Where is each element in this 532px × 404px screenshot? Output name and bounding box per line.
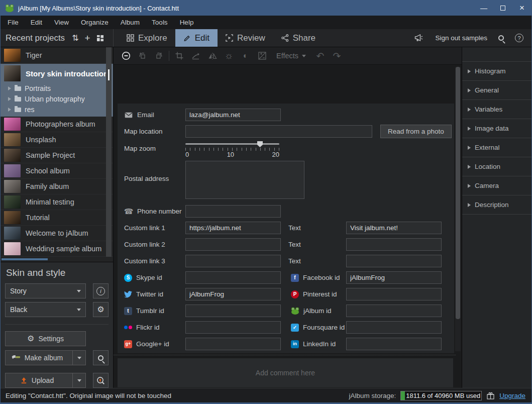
section-camera[interactable]: Camera [462, 176, 531, 195]
project-row-welcome-to-jalbum[interactable]: Welcome to jAlbum [1, 226, 113, 241]
crop-button[interactable] [171, 52, 187, 60]
close-button[interactable]: × [512, 1, 531, 16]
effects-dropdown[interactable]: Effects [276, 52, 306, 60]
map-location-field[interactable] [185, 125, 372, 138]
jalbum-id-field[interactable] [346, 305, 442, 317]
section-external[interactable]: External [462, 138, 531, 157]
email-field[interactable] [185, 109, 281, 121]
sort-projects-icon[interactable]: ⇅ [72, 34, 78, 42]
read-from-photo-button[interactable]: Read from a photo [380, 125, 452, 138]
make-album-dropdown[interactable] [72, 351, 85, 365]
levels-button[interactable] [254, 52, 270, 60]
tab-review[interactable]: Review [218, 29, 273, 47]
rotate-right-button[interactable] [151, 52, 167, 60]
section-histogram[interactable]: Histogram [462, 62, 531, 81]
menu-edit[interactable]: Edit [25, 16, 48, 29]
scrollbar-thumb[interactable] [108, 69, 110, 80]
sign-out-link[interactable]: Sign out samples [435, 34, 487, 42]
announcements-icon[interactable] [414, 34, 424, 42]
menu-organize[interactable]: Organize [75, 16, 115, 29]
upload-button[interactable]: Upload [5, 373, 86, 388]
custom-link-1-text-field[interactable] [346, 222, 442, 234]
custom-link-2-url-field[interactable] [185, 238, 281, 251]
expand-arrow-icon[interactable] [8, 97, 11, 101]
pinterest-id-field[interactable] [346, 288, 442, 300]
menu-album[interactable]: Album [115, 16, 146, 29]
upload-dropdown[interactable] [72, 373, 85, 387]
expand-arrow-icon[interactable] [8, 108, 11, 112]
phone-number-field[interactable] [185, 205, 281, 218]
slider-thumb[interactable] [257, 141, 263, 147]
preview-uploaded-button[interactable] [93, 373, 109, 388]
section-general[interactable]: General [462, 81, 531, 100]
tab-edit[interactable]: Edit [175, 29, 218, 47]
upgrade-link[interactable]: Upgrade [499, 392, 525, 399]
main-scrollbar[interactable] [455, 67, 461, 351]
project-row-family-album[interactable]: Family album [1, 179, 113, 194]
tumblr-id-field[interactable] [185, 305, 281, 317]
custom-link-2-text-field[interactable] [346, 238, 442, 251]
gift-icon[interactable] [486, 391, 495, 399]
custom-link-3-text-field[interactable] [346, 255, 442, 267]
project-row-story-skin-introduction[interactable]: Story skin introduction [1, 64, 113, 83]
style-select[interactable]: Black [5, 302, 86, 317]
settings-button[interactable]: ⚙ Settings [5, 331, 86, 346]
project-list-hscrollbar-thumb[interactable] [2, 258, 48, 260]
custom-link-1-url-field[interactable] [185, 222, 281, 234]
section-variables[interactable]: Variables [462, 100, 531, 119]
scrollbar-thumb[interactable] [456, 67, 460, 319]
project-row-tutorial[interactable]: Tutorial [1, 210, 113, 226]
help-icon[interactable]: ? [515, 34, 523, 42]
menu-help[interactable]: Help [174, 16, 200, 29]
preview-album-button[interactable] [93, 350, 109, 365]
folder-row-portraits[interactable]: Portraits [1, 83, 113, 93]
skin-info-button[interactable]: i [93, 283, 109, 298]
tab-share[interactable]: Share [273, 29, 324, 47]
map-zoom-slider[interactable]: 0 10 20 [185, 141, 279, 158]
minimize-button[interactable]: — [474, 1, 493, 16]
comment-field[interactable]: Add comment here [118, 358, 453, 387]
project-row-wedding-sample-album[interactable]: Wedding sample album [1, 241, 113, 257]
contrast-button[interactable]: ◐ [237, 51, 254, 60]
project-row-photographers-album[interactable]: Photographers album [1, 117, 113, 132]
projects-view-icon[interactable] [96, 35, 104, 42]
straighten-button[interactable] [187, 52, 204, 60]
project-row-school-album[interactable]: School album [1, 163, 113, 179]
facebook-id-field[interactable] [346, 271, 442, 284]
linkedin-id-field[interactable] [346, 338, 442, 350]
foursquare-id-field[interactable] [346, 321, 442, 334]
project-row-tiger[interactable]: Tiger [1, 47, 113, 64]
project-list-scrollbar[interactable] [106, 47, 112, 257]
expand-arrow-icon[interactable] [8, 86, 11, 90]
postal-address-field[interactable] [185, 161, 304, 199]
brightness-button[interactable]: ☼ [221, 50, 237, 61]
make-album-button[interactable]: Make album [5, 350, 86, 365]
twitter-id-field[interactable] [185, 288, 281, 300]
skype-id-field[interactable] [185, 271, 281, 284]
section-description[interactable]: Description [462, 195, 531, 215]
project-row-unsplash[interactable]: Unsplash [1, 132, 113, 148]
menu-file[interactable]: File [2, 16, 25, 29]
tab-explore[interactable]: Explore [119, 29, 175, 47]
add-project-icon[interactable]: + [85, 33, 90, 43]
section-location[interactable]: Location [462, 157, 531, 176]
custom-link-3-url-field[interactable] [185, 255, 281, 267]
project-row-minimal-testing[interactable]: Minimal testing [1, 194, 113, 210]
search-icon[interactable] [498, 35, 504, 41]
menu-view[interactable]: View [48, 16, 75, 29]
redo-button[interactable]: ↷ [329, 50, 345, 62]
flip-button[interactable] [204, 52, 221, 60]
folder-row-urban-photography[interactable]: Urban photography [1, 93, 113, 104]
undo-button[interactable]: ↶ [312, 50, 329, 62]
skin-select[interactable]: Story [5, 283, 86, 298]
section-image-data[interactable]: Image data [462, 119, 531, 138]
rotate-left-button[interactable] [134, 52, 151, 60]
menu-tools[interactable]: Tools [146, 16, 174, 29]
style-settings-button[interactable]: ⚙ [93, 302, 109, 317]
project-row-sample-project[interactable]: Sample Project [1, 148, 113, 163]
maximize-button[interactable] [493, 1, 512, 16]
googleplus-id-field[interactable] [185, 338, 281, 350]
exclude-image-button[interactable] [118, 51, 134, 60]
flickr-id-field[interactable] [185, 321, 281, 334]
folder-row-res[interactable]: res [1, 104, 113, 115]
